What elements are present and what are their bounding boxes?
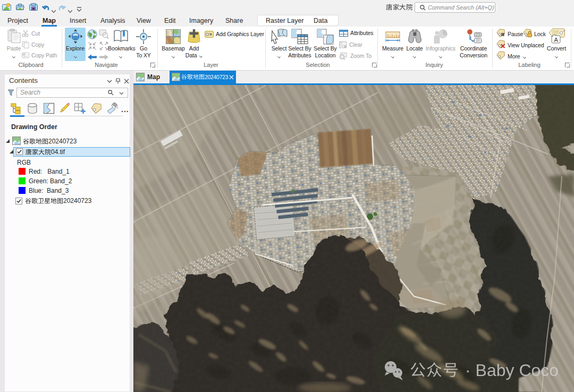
svg-text:A: A — [554, 37, 558, 43]
svg-text:· Baby Coco: · Baby Coco — [465, 361, 559, 380]
